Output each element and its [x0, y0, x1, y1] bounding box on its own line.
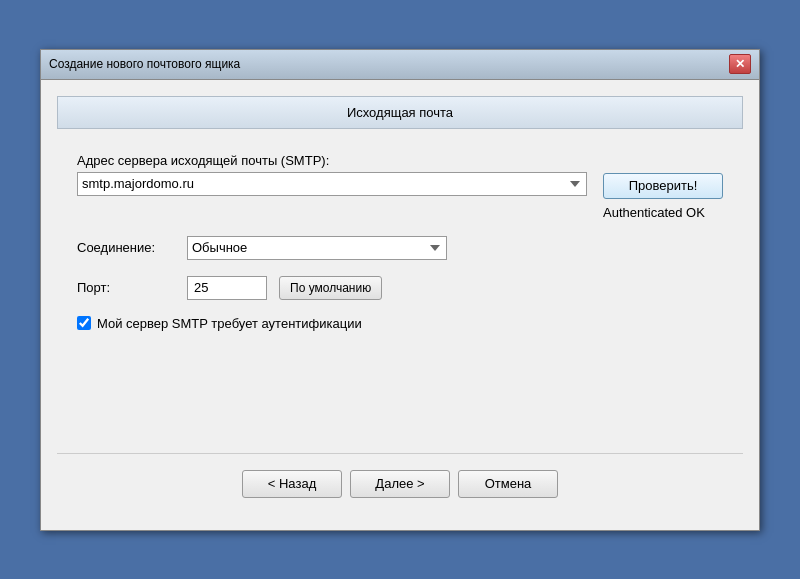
title-bar: Создание нового почтового ящика ✕	[41, 50, 759, 80]
window-content: Исходящая почта Адрес сервера исходящей …	[41, 80, 759, 530]
cancel-button[interactable]: Отмена	[458, 470, 558, 498]
default-button[interactable]: По умолчанию	[279, 276, 382, 300]
smtp-row: Адрес сервера исходящей почты (SMTP): sm…	[77, 153, 723, 220]
connection-select[interactable]: Обычное SSL/TLS STARTTLS	[187, 236, 447, 260]
back-button[interactable]: < Назад	[242, 470, 342, 498]
connection-select-wrap: Обычное SSL/TLS STARTTLS	[187, 236, 447, 260]
check-button[interactable]: Проверить!	[603, 173, 723, 199]
auth-checkbox-row: Мой сервер SMTP требует аутентификации	[77, 316, 723, 331]
smtp-server-input[interactable]: smtp.majordomo.ru	[77, 172, 587, 196]
smtp-right: Проверить! Authenticated OK	[603, 153, 723, 220]
smtp-left: Адрес сервера исходящей почты (SMTP): sm…	[77, 153, 587, 196]
port-row: Порт: По умолчанию	[77, 276, 723, 300]
window-title: Создание нового почтового ящика	[49, 57, 729, 71]
auth-checkbox[interactable]	[77, 316, 91, 330]
connection-label: Соединение:	[77, 240, 187, 255]
port-label: Порт:	[77, 280, 187, 295]
form-area: Адрес сервера исходящей почты (SMTP): sm…	[57, 153, 743, 433]
port-input[interactable]	[187, 276, 267, 300]
close-button[interactable]: ✕	[729, 54, 751, 74]
auth-status-text: Authenticated OK	[603, 205, 705, 220]
section-header: Исходящая почта	[57, 96, 743, 129]
next-button[interactable]: Далее >	[350, 470, 450, 498]
auth-checkbox-label[interactable]: Мой сервер SMTP требует аутентификации	[97, 316, 362, 331]
smtp-label: Адрес сервера исходящей почты (SMTP):	[77, 153, 587, 168]
main-window: Создание нового почтового ящика ✕ Исходя…	[40, 49, 760, 531]
connection-row: Соединение: Обычное SSL/TLS STARTTLS	[77, 236, 723, 260]
button-bar: < Назад Далее > Отмена	[57, 453, 743, 514]
